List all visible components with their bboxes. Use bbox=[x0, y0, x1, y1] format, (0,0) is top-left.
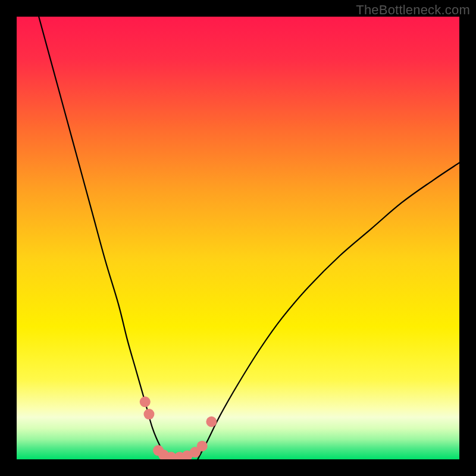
marker-dot bbox=[197, 441, 208, 452]
plot-area bbox=[17, 17, 459, 459]
watermark-text: TheBottleneck.com bbox=[356, 2, 470, 18]
marker-dot bbox=[143, 409, 154, 419]
marker-dot bbox=[140, 396, 151, 407]
marker-dot bbox=[206, 416, 217, 427]
chart-markers bbox=[17, 17, 459, 459]
chart-frame: TheBottleneck.com bbox=[0, 0, 476, 476]
